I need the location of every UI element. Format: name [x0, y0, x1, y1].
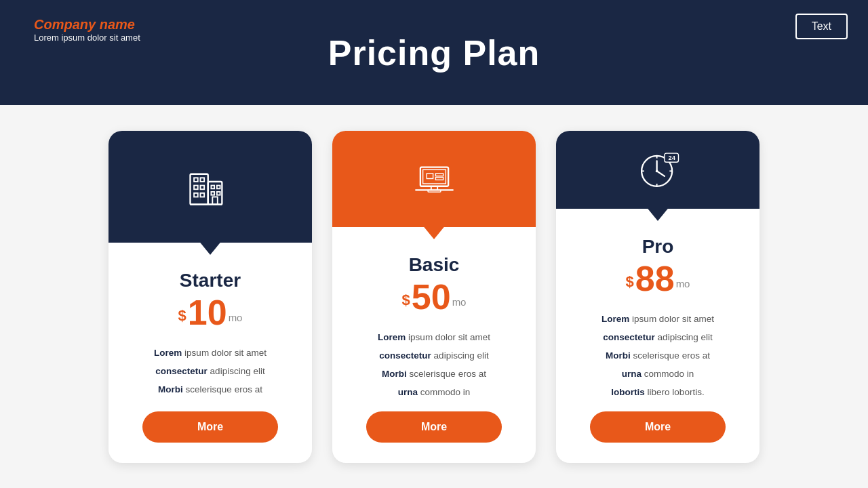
svg-rect-11 — [211, 192, 214, 195]
svg-rect-4 — [200, 178, 204, 182]
svg-rect-20 — [427, 174, 433, 179]
svg-rect-7 — [194, 192, 198, 197]
pro-features: Lorem ipsum dolor sit amet consectetur a… — [601, 310, 714, 401]
starter-more-button[interactable]: More — [142, 411, 278, 443]
starter-price-row: $ 10 mo — [178, 295, 243, 330]
basic-unit: mo — [452, 296, 467, 308]
page-title: Pricing Plan — [328, 33, 540, 73]
basic-price: 50 — [412, 279, 451, 314]
svg-line-25 — [656, 171, 664, 176]
svg-rect-6 — [200, 185, 204, 189]
pro-more-button[interactable]: More — [590, 411, 726, 443]
feature-line: consectetur adipiscing elit — [378, 346, 490, 365]
pro-unit: mo — [676, 278, 690, 289]
pro-price: 88 — [635, 261, 675, 296]
basic-features: Lorem ipsum dolor sit amet consectetur a… — [378, 328, 490, 401]
basic-icon-header — [332, 131, 536, 227]
feature-line: urna commodo in — [601, 365, 714, 383]
text-button[interactable]: Text — [795, 14, 848, 39]
basic-body: Basic $ 50 mo Lorem ipsum dolor sit amet… — [332, 227, 536, 443]
svg-rect-10 — [216, 185, 220, 188]
svg-rect-22 — [435, 178, 443, 180]
company-tagline: Lorem ipsum dolor sit amet — [34, 33, 140, 43]
svg-text:24: 24 — [668, 155, 675, 161]
feature-line: Lorem ipsum dolor sit amet — [601, 310, 714, 328]
svg-rect-9 — [211, 185, 214, 188]
basic-card: Basic $ 50 mo Lorem ipsum dolor sit amet… — [332, 131, 536, 463]
pro-dollar: $ — [626, 273, 634, 291]
company-info: Company name Lorem ipsum dolor sit amet — [34, 17, 140, 43]
company-name: Company name — [34, 17, 140, 33]
pro-price-row: $ 88 mo — [626, 261, 690, 296]
svg-rect-5 — [194, 185, 198, 189]
feature-line: Morbi scelerisque eros at — [601, 346, 714, 365]
basic-plan-name: Basic — [409, 254, 460, 276]
feature-line: Morbi scelerisque eros at — [378, 365, 490, 383]
pro-plan-name: Pro — [642, 236, 674, 258]
starter-features: Lorem ipsum dolor sit amet consectetur a… — [154, 344, 267, 401]
feature-line: Lorem ipsum dolor sit amet — [378, 328, 490, 346]
svg-rect-3 — [194, 178, 198, 182]
laptop-icon — [409, 153, 460, 204]
starter-unit: mo — [229, 312, 243, 323]
pro-body: Pro $ 88 mo Lorem ipsum dolor sit amet c… — [556, 209, 760, 443]
feature-line: consectetur adipiscing elit — [601, 328, 714, 346]
svg-rect-12 — [216, 192, 220, 195]
svg-rect-21 — [435, 174, 443, 176]
feature-line: Morbi scelerisque eros at — [154, 380, 267, 399]
pro-icon-header: 24 — [556, 131, 760, 209]
starter-card: Starter $ 10 mo Lorem ipsum dolor sit am… — [108, 131, 312, 463]
svg-rect-19 — [428, 190, 441, 192]
feature-line: urna commodo in — [378, 383, 490, 401]
svg-rect-0 — [190, 174, 208, 204]
basic-more-button[interactable]: More — [366, 411, 502, 443]
starter-icon-header — [108, 131, 312, 243]
svg-rect-8 — [200, 192, 204, 197]
pricing-plans: Starter $ 10 mo Lorem ipsum dolor sit am… — [0, 105, 868, 488]
feature-line: consectetur adipiscing elit — [154, 362, 267, 380]
header: Company name Lorem ipsum dolor sit amet … — [0, 0, 868, 105]
starter-dollar: $ — [178, 307, 186, 325]
svg-point-26 — [655, 169, 658, 172]
starter-plan-name: Starter — [180, 270, 241, 291]
pro-card: 24 Pro $ 88 mo Lorem ipsum dolor sit ame… — [556, 131, 760, 463]
feature-line: Lorem ipsum dolor sit amet — [154, 344, 267, 362]
basic-price-row: $ 50 mo — [402, 279, 467, 314]
starter-body: Starter $ 10 mo Lorem ipsum dolor sit am… — [108, 243, 312, 443]
starter-price: 10 — [188, 295, 227, 330]
clock24-icon: 24 — [633, 144, 684, 195]
building-icon — [185, 161, 236, 212]
feature-line: lobortis libero lobortis. — [601, 383, 714, 401]
basic-dollar: $ — [402, 291, 410, 309]
svg-rect-13 — [212, 197, 218, 204]
